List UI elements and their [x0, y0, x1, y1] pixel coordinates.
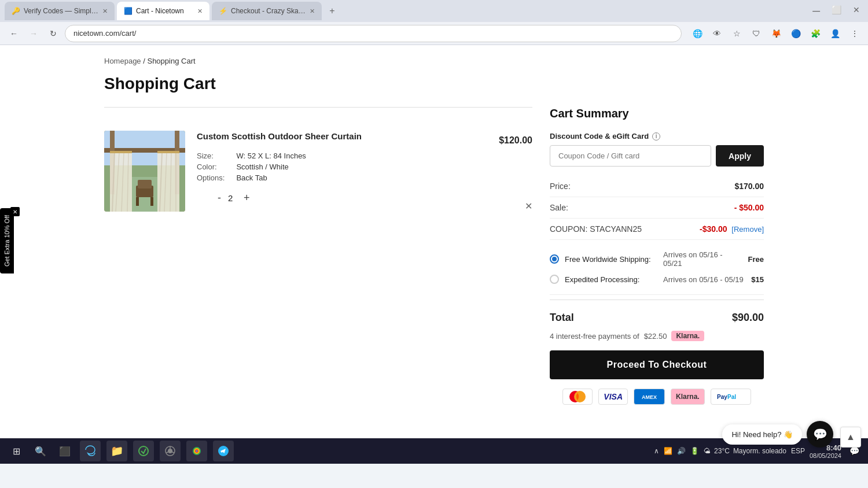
coupon-input[interactable]: [550, 145, 711, 167]
forward-button[interactable]: →: [25, 25, 42, 42]
edge-app2[interactable]: [133, 441, 154, 461]
eye-icon[interactable]: 👁: [709, 26, 724, 41]
tab-3[interactable]: ⚡ Checkout - Crazy Skates USA ✕: [212, 2, 322, 20]
chat-bubble: Hi! Need help? 👋: [722, 424, 802, 445]
price-label: Price:: [550, 182, 571, 191]
cart-item: Custom Scottish Outdoor Sheer Curtain Si…: [104, 119, 532, 223]
bookmark-icon[interactable]: ☆: [729, 26, 744, 41]
window-controls: ─ ⬜ ✕: [809, 5, 863, 17]
svg-rect-20: [110, 151, 132, 153]
chrome-app2[interactable]: [186, 441, 207, 461]
speaker-icon[interactable]: 🔊: [677, 447, 686, 455]
new-tab-button[interactable]: +: [324, 3, 340, 19]
chat-button[interactable]: 💬: [807, 421, 833, 448]
scroll-top-button[interactable]: ▲: [840, 427, 861, 448]
extension-icon1[interactable]: 🛡: [749, 26, 764, 41]
discount-info-icon[interactable]: i: [652, 132, 660, 141]
size-value: W: 52 X L: 84 Inches: [236, 151, 487, 160]
breadcrumb: Homepage / Shopping Cart: [104, 57, 764, 65]
item-name: Custom Scottish Outdoor Sheer Curtain: [197, 131, 487, 142]
svg-point-23: [574, 391, 586, 402]
svg-text:Pay: Pay: [717, 394, 727, 400]
extension-icon3[interactable]: 🔵: [788, 26, 803, 41]
quantity-decrease-button[interactable]: [197, 191, 211, 205]
minimize-button[interactable]: ─: [809, 5, 823, 17]
task-view-button[interactable]: ⬛: [54, 441, 75, 461]
chrome-app1[interactable]: [160, 441, 181, 461]
address-bar[interactable]: nicetown.com/cart/: [65, 25, 682, 42]
price-value: $170.00: [734, 182, 764, 191]
title-bar: 🔑 Verify Codes — SimplyCodes ✕ 🟦 Cart - …: [0, 0, 868, 22]
tab2-close[interactable]: ✕: [197, 8, 203, 15]
coupon-remove-button[interactable]: [Remove]: [731, 225, 764, 234]
cart-divider: [104, 107, 532, 108]
breadcrumb-home[interactable]: Homepage: [104, 57, 141, 65]
sale-label: Sale:: [550, 203, 568, 212]
tab1-label: Verify Codes — SimplyCodes: [24, 7, 99, 15]
keyboard-lang: ESP: [791, 447, 805, 455]
discount-row: Apply: [550, 145, 764, 167]
extension-icon2[interactable]: 🦊: [768, 26, 784, 41]
color-value: Scottish / White: [236, 162, 487, 171]
weather-temp: 23°C: [714, 447, 730, 455]
quantity-increase-button[interactable]: +: [240, 191, 253, 205]
menu-icon[interactable]: ⋮: [847, 26, 862, 41]
discount-label: Discount Code & eGift Card i: [550, 132, 764, 141]
total-value: $90.00: [732, 312, 764, 324]
battery-icon[interactable]: 🔋: [690, 447, 699, 455]
tab1-close[interactable]: ✕: [102, 8, 108, 15]
size-label: Size:: [197, 151, 225, 160]
svg-point-30: [168, 449, 172, 453]
promo-text: Get Extra 10% Off: [3, 215, 10, 267]
svg-text:AMEX: AMEX: [642, 394, 657, 400]
apply-button[interactable]: Apply: [716, 145, 764, 167]
edge-app[interactable]: [80, 441, 101, 461]
total-row: Total $90.00: [550, 305, 764, 331]
maximize-button[interactable]: ⬜: [828, 5, 845, 17]
price-line: Price: $170.00: [550, 176, 764, 197]
tab3-close[interactable]: ✕: [310, 8, 315, 15]
sale-value: - $50.00: [734, 203, 764, 212]
tab-2[interactable]: 🟦 Cart - Nicetown ✕: [117, 2, 209, 20]
start-button[interactable]: ⊞: [6, 441, 27, 461]
side-promo-tab[interactable]: Get Extra 10% Off: [0, 208, 14, 273]
promo-close-button[interactable]: ✕: [10, 207, 20, 216]
shipping-option-expedited: Expedited Processing: Arrives on 05/16 -…: [550, 271, 764, 287]
coupon-value: -$30.00: [700, 224, 727, 234]
klarna-amount: $22.50: [644, 332, 667, 341]
summary-divider: [550, 300, 764, 300]
product-image: [104, 131, 185, 212]
close-button[interactable]: ✕: [849, 5, 863, 17]
weather-icon: 🌤: [704, 447, 711, 455]
shipping-radio-free[interactable]: [550, 254, 559, 264]
coupon-code-label: COUPON: STACYANN25: [550, 224, 642, 234]
telegram-app[interactable]: [213, 441, 234, 461]
svg-point-37: [196, 450, 198, 452]
tab3-favicon: ⚡: [219, 7, 227, 15]
extensions-icon[interactable]: 🧩: [808, 26, 823, 41]
profile-icon[interactable]: 👤: [827, 26, 843, 41]
shipping-free-price: Free: [748, 255, 764, 264]
shipping-radio-expedited[interactable]: [550, 275, 559, 284]
network-icon[interactable]: 📶: [664, 447, 672, 455]
toolbar-icons: 🌐 👁 ☆ 🛡 🦊 🔵 🧩 👤 ⋮: [690, 26, 862, 41]
reload-button[interactable]: ↻: [45, 25, 61, 42]
translate-icon[interactable]: 🌐: [690, 26, 705, 41]
search-button[interactable]: 🔍: [30, 441, 51, 461]
quantity-decrease-label[interactable]: -: [218, 192, 221, 204]
klarna-pay-icon: Klarna.: [671, 389, 705, 405]
item-remove-button[interactable]: ✕: [525, 201, 532, 212]
shipping-expedited-label: Expedited Processing:: [565, 275, 657, 284]
tab-1[interactable]: 🔑 Verify Codes — SimplyCodes ✕: [5, 2, 115, 20]
svg-line-33: [166, 452, 168, 453]
page-title: Shopping Cart: [104, 75, 764, 93]
item-details: Custom Scottish Outdoor Sheer Curtain Si…: [197, 131, 487, 205]
shipping-option-free: Free Worldwide Shipping: Arrives on 05/1…: [550, 247, 764, 271]
quantity-control: - 2 +: [197, 191, 487, 205]
checkout-button[interactable]: Proceed To Checkout: [550, 350, 764, 379]
file-explorer-app[interactable]: 📁: [106, 441, 127, 461]
color-label: Color:: [197, 162, 225, 171]
shipping-expedited-price: $15: [751, 275, 764, 284]
weather-condition: Mayorm. soleado: [733, 447, 786, 455]
back-button[interactable]: ←: [6, 25, 22, 42]
